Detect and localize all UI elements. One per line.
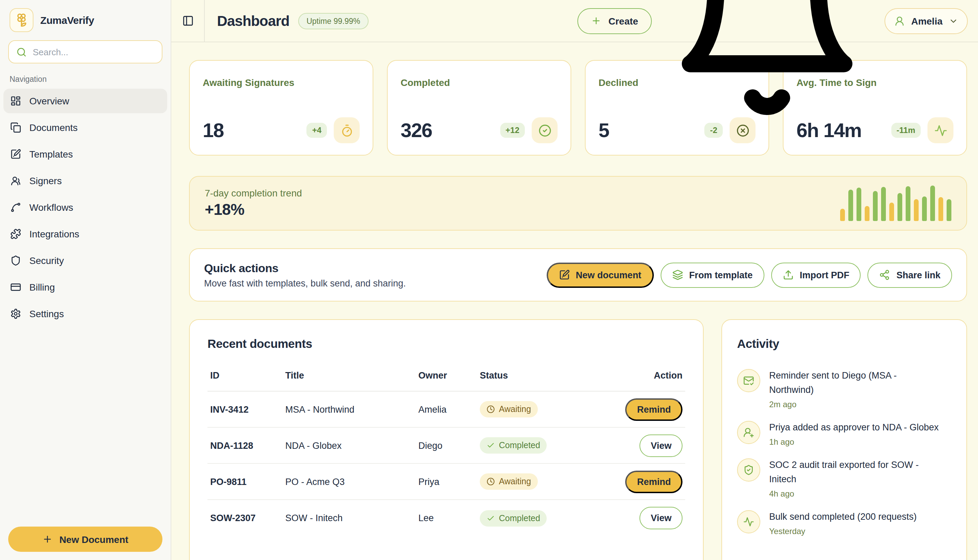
quick-action-label: Import PDF [799, 270, 849, 280]
doc-title-cell: NDA - Globex [285, 440, 418, 450]
remind-button[interactable]: Remind [626, 470, 683, 493]
mail-check-icon [743, 375, 754, 386]
stat-value: 5 [599, 119, 609, 142]
trend-bar [938, 197, 943, 221]
sidebar-item-signers[interactable]: Signers [3, 168, 167, 193]
panel-left-icon [182, 15, 194, 27]
activity-time: 4h ago [769, 489, 940, 498]
trend-bar [881, 187, 886, 221]
activity-item: SOC 2 audit trail exported for SOW - Ini… [737, 458, 951, 498]
doc-id-cell: PO-9811 [210, 477, 285, 487]
activity-list: Reminder sent to Diego (MSA - Northwind)… [737, 369, 951, 536]
grid-icon [10, 95, 21, 107]
status-badge: Awaiting [480, 401, 538, 417]
new-document-button[interactable]: New document [546, 262, 654, 288]
clock-icon [487, 477, 495, 486]
layers-icon [672, 270, 683, 280]
activity-time: 2m ago [769, 400, 940, 409]
remind-button[interactable]: Remind [626, 398, 683, 420]
trend-bar [873, 191, 878, 221]
trend-bar [865, 206, 870, 221]
stat-icon-tile [334, 117, 360, 143]
sidebar-item-label: Billing [29, 282, 55, 293]
page-title: Dashboard [217, 13, 289, 29]
stat-delta-badge: +12 [500, 123, 525, 138]
table-row: SOW-2307 SOW - Initech Lee Completed Vie… [207, 500, 685, 536]
import-pdf-button[interactable]: Import PDF [771, 262, 861, 288]
stat-value: 18 [203, 119, 224, 142]
activity-item: Reminder sent to Diego (MSA - Northwind)… [737, 369, 951, 409]
settings-icon [10, 308, 21, 319]
recent-documents-card: Recent documents IDTitleOwnerStatusActio… [189, 319, 704, 560]
search-input[interactable] [33, 47, 154, 57]
sidebar-item-label: Documents [29, 122, 78, 133]
sidebar-item-label: Integrations [29, 228, 79, 239]
trend-bar [889, 203, 894, 221]
from-template-button[interactable]: From template [660, 262, 764, 288]
column-header-status: Status [480, 370, 618, 381]
trend-bar [930, 185, 935, 221]
plus-icon [42, 534, 53, 544]
activity-time: 1h ago [769, 437, 939, 447]
doc-owner-cell: Amelia [418, 404, 480, 414]
bell-icon [665, 0, 870, 123]
activity-title: Activity [737, 337, 951, 351]
brand: ZumaVerify [8, 7, 162, 40]
status-badge: Completed [480, 437, 547, 453]
sidebar-item-billing[interactable]: Billing [3, 275, 167, 300]
sidebar-toggle-button[interactable] [171, 0, 205, 42]
activity-text: SOC 2 audit trail exported for SOW - Ini… [769, 458, 940, 487]
copy-icon [10, 122, 21, 133]
status-badge: Completed [480, 510, 547, 526]
trend-value: +18% [205, 200, 302, 219]
main-area: Dashboard Uptime 99.99% Create 3 Amelia [171, 0, 978, 560]
recent-documents-title: Recent documents [207, 337, 685, 351]
quick-actions-title: Quick actions [204, 262, 406, 275]
uptime-badge: Uptime 99.99% [298, 13, 368, 29]
sidebar-item-label: Security [29, 255, 64, 266]
user-menu-button[interactable]: Amelia [885, 8, 968, 34]
sidebar-item-overview[interactable]: Overview [3, 89, 167, 113]
brand-name: ZumaVerify [40, 14, 94, 26]
plus-icon [591, 16, 602, 26]
activity-icon [934, 124, 947, 137]
documents-table: IDTitleOwnerStatusAction INV-3412 MSA - … [207, 370, 685, 536]
sidebar-item-documents[interactable]: Documents [3, 115, 167, 140]
view-button[interactable]: View [640, 434, 683, 457]
spline-icon [10, 202, 21, 213]
trend-bar [906, 186, 910, 221]
sidebar-item-label: Overview [29, 95, 69, 107]
activity-icon-circle [737, 369, 760, 392]
notifications-button[interactable]: 3 [665, 0, 870, 123]
stat-icon-tile [928, 117, 953, 143]
new-document-button[interactable]: New Document [8, 527, 162, 552]
column-header-owner: Owner [418, 370, 480, 381]
doc-owner-cell: Lee [418, 513, 480, 523]
trend-bar [840, 209, 845, 221]
activity-icon-circle [737, 510, 760, 533]
sidebar-item-settings[interactable]: Settings [3, 302, 167, 326]
sidebar-item-workflows[interactable]: Workflows [3, 195, 167, 220]
column-header-id: ID [210, 370, 285, 381]
sidebar: ZumaVerify Navigation Overview Documents… [0, 0, 171, 560]
trend-label: 7-day completion trend [205, 188, 302, 198]
check-icon [487, 441, 495, 450]
sidebar-item-security[interactable]: Security [3, 248, 167, 273]
quick-action-label: New document [576, 270, 641, 280]
sidebar-item-templates[interactable]: Templates [3, 142, 167, 167]
header: Dashboard Uptime 99.99% Create 3 Amelia [171, 0, 978, 42]
status-badge: Awaiting [480, 473, 538, 490]
stat-delta-badge: -11m [891, 123, 921, 138]
sidebar-item-integrations[interactable]: Integrations [3, 222, 167, 246]
sidebar-item-label: Signers [29, 175, 62, 186]
view-button[interactable]: View [640, 507, 683, 529]
share-link-button[interactable]: Share link [868, 262, 952, 288]
app-window: ZumaVerify Navigation Overview Documents… [0, 0, 978, 560]
activity-card: Activity Reminder sent to Diego (MSA - N… [721, 319, 967, 560]
chevron-down-icon [949, 16, 958, 26]
table-body: INV-3412 MSA - Northwind Amelia Awaiting… [207, 392, 685, 536]
status-label: Awaiting [499, 405, 531, 414]
activity-text: Priya added as approver to NDA - Globex [769, 421, 939, 435]
create-button[interactable]: Create [578, 8, 652, 34]
trend-sparkline-chart [840, 185, 951, 221]
